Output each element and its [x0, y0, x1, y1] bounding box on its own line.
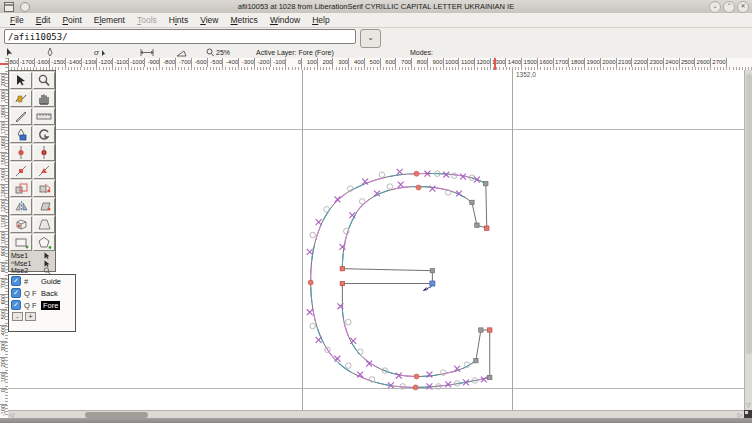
- glyph-outline-svg[interactable]: [8, 70, 744, 410]
- tool-flip[interactable]: [10, 198, 32, 215]
- menu-metrics[interactable]: Metrics: [224, 15, 263, 25]
- tool-rectangle[interactable]: [10, 234, 32, 251]
- tool-spiro[interactable]: [33, 126, 55, 143]
- glyph-canvas[interactable]: 1352,0: [8, 70, 744, 410]
- menu-edit[interactable]: Edit: [30, 15, 57, 25]
- window-titlebar[interactable]: afii10053 at 1028 from LiberationSerif C…: [0, 0, 752, 14]
- corner-point-red[interactable]: [488, 328, 492, 332]
- control-point-x[interactable]: [350, 338, 356, 344]
- selected-point[interactable]: [430, 281, 435, 286]
- layer-remove-button[interactable]: -: [12, 312, 23, 321]
- tool-tangent-point[interactable]: [33, 162, 55, 179]
- minimize-button[interactable]: ⌄: [709, 1, 721, 13]
- ruler-position-marker-v: [0, 63, 8, 65]
- corner-point-gray[interactable]: [479, 328, 483, 332]
- menu-bar: FileEditPointElementToolsHintsViewMetric…: [0, 13, 752, 28]
- implied-point[interactable]: [440, 370, 446, 376]
- tool-perspective[interactable]: [33, 216, 55, 233]
- control-point-x[interactable]: [307, 249, 313, 255]
- control-point-x[interactable]: [474, 177, 480, 183]
- control-point-x[interactable]: [397, 169, 403, 175]
- close-button[interactable]: ✕: [737, 1, 749, 13]
- curve-point[interactable]: [416, 185, 421, 190]
- glyph-name-input[interactable]: [4, 29, 356, 44]
- layer-name[interactable]: Fore: [41, 301, 60, 310]
- tool-freehand[interactable]: [10, 90, 32, 107]
- menu-hints[interactable]: Hints: [163, 15, 194, 25]
- layer-row-guide[interactable]: ✓#Guide: [9, 275, 75, 287]
- implied-point[interactable]: [310, 232, 316, 238]
- implied-point[interactable]: [451, 173, 457, 179]
- layer-visibility-checkbox[interactable]: ✓: [11, 300, 21, 310]
- scroll-down-icon[interactable]: ▽: [746, 402, 751, 408]
- tool-skew[interactable]: [33, 198, 55, 215]
- control-point-x[interactable]: [334, 196, 340, 202]
- corner-point-red[interactable]: [485, 226, 489, 230]
- vertical-scrollbar[interactable]: ▽: [744, 70, 752, 410]
- tool-hvcurve-point[interactable]: [33, 144, 55, 161]
- curve-point[interactable]: [414, 374, 419, 379]
- tool-pen[interactable]: [10, 126, 32, 143]
- h-ruler-label: -100: [272, 58, 287, 67]
- implied-point[interactable]: [346, 319, 352, 325]
- corner-point-gray[interactable]: [430, 268, 434, 272]
- implied-point[interactable]: [310, 323, 316, 329]
- control-point-x[interactable]: [307, 309, 313, 315]
- maximize-button[interactable]: ⌃: [723, 1, 735, 13]
- menu-help[interactable]: Help: [306, 15, 335, 25]
- corner-point-gray[interactable]: [474, 359, 478, 363]
- menu-element[interactable]: Element: [88, 15, 131, 25]
- layer-name[interactable]: Back: [41, 289, 58, 298]
- control-point-x[interactable]: [426, 372, 432, 378]
- control-point-x[interactable]: [398, 182, 404, 188]
- control-point-x[interactable]: [443, 172, 449, 178]
- vertical-scrollbar-thumb[interactable]: [746, 74, 752, 354]
- corner-point-red[interactable]: [340, 281, 344, 285]
- tool-hand[interactable]: [33, 90, 55, 107]
- implied-point[interactable]: [379, 172, 385, 178]
- corner-point-gray[interactable]: [488, 375, 492, 379]
- control-point-x[interactable]: [316, 219, 322, 225]
- layer-cols: #: [24, 277, 38, 286]
- layer-add-button[interactable]: +: [25, 312, 36, 321]
- implied-point[interactable]: [324, 207, 330, 213]
- layer-visibility-checkbox[interactable]: ✓: [11, 288, 21, 298]
- layer-name[interactable]: Guide: [41, 277, 61, 286]
- layer-row-back[interactable]: ✓Q FBack: [9, 287, 75, 299]
- tool-corner-point[interactable]: [10, 162, 32, 179]
- curve-point[interactable]: [308, 280, 313, 285]
- tool-knife[interactable]: [10, 108, 32, 125]
- menu-file[interactable]: File: [4, 15, 30, 25]
- corner-point-gray[interactable]: [484, 181, 488, 185]
- menu-point[interactable]: Point: [56, 15, 87, 25]
- curve-point[interactable]: [414, 171, 419, 176]
- tool-magnify[interactable]: [33, 72, 55, 89]
- tool-ruler[interactable]: [33, 108, 55, 125]
- implied-point[interactable]: [387, 184, 393, 190]
- control-point-x[interactable]: [316, 337, 322, 343]
- corner-point-gray[interactable]: [475, 223, 479, 227]
- menu-window[interactable]: Window: [264, 15, 306, 25]
- h-ruler-label: -1100: [114, 58, 129, 67]
- layer-visibility-checkbox[interactable]: ✓: [11, 276, 21, 286]
- tool-polygon-star[interactable]: [33, 234, 55, 251]
- h-ruler-label: -1700: [20, 58, 35, 67]
- h-ruler-label: -1600: [36, 58, 51, 67]
- window-resize-grip[interactable]: [744, 410, 752, 418]
- glyph-name-dropdown-button[interactable]: ⌄: [360, 29, 381, 48]
- implied-point[interactable]: [359, 199, 365, 205]
- corner-point-red[interactable]: [340, 267, 344, 271]
- layer-row-fore[interactable]: ✓Q FFore: [9, 299, 75, 311]
- curve-point[interactable]: [413, 385, 418, 390]
- control-point-x[interactable]: [334, 356, 340, 362]
- tool-rotate3d[interactable]: [10, 216, 32, 233]
- tool-scale[interactable]: [10, 180, 32, 197]
- menu-view[interactable]: View: [194, 15, 224, 25]
- tool-curve-point[interactable]: [10, 144, 32, 161]
- tool-rotate[interactable]: [33, 180, 55, 197]
- window-title: afii10053 at 1028 from LiberationSerif C…: [0, 2, 752, 11]
- implied-point[interactable]: [346, 363, 352, 369]
- control-point-x[interactable]: [429, 186, 435, 192]
- corner-point-gray[interactable]: [470, 200, 474, 204]
- tool-pointer[interactable]: [10, 72, 32, 89]
